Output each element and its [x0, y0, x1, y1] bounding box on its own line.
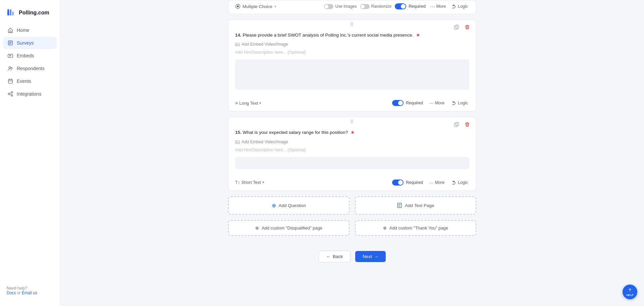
duplicate-button-14[interactable]	[452, 24, 461, 31]
footer-right-15: Required ··· More Logic	[392, 179, 469, 186]
use-images-group: Use Images	[324, 4, 357, 9]
help-button[interactable]: HELP	[623, 285, 637, 299]
add-buttons-row: ⊕ Add Question Add Text Page	[228, 196, 476, 215]
question-text-15: 15. What is your expected salary range f…	[235, 129, 469, 136]
question-body-14: 14. Please provide a brief SWOT analysis…	[228, 28, 476, 97]
add-disqualified-page-button[interactable]: ⊕ Add custom "Disqualified" page	[228, 220, 350, 236]
sidebar-item-embeds[interactable]: Embeds	[3, 50, 57, 62]
sidebar-item-integrations[interactable]: Integrations	[3, 88, 57, 100]
embed-button-14[interactable]: Add Embed Video/Image	[235, 41, 288, 47]
logic-icon-15	[452, 180, 457, 185]
question-content-15: What is your expected salary range for t…	[243, 130, 348, 135]
question-number-15: 15.	[235, 130, 241, 135]
bottom-navigation: ← Back Next →	[228, 244, 476, 266]
sidebar-footer: Need help? Docs or Email us	[0, 280, 60, 301]
type-selector-14[interactable]: ≡ Long Text ▾	[235, 100, 261, 106]
add-text-page-icon	[397, 203, 402, 208]
required-group-14: Required	[392, 100, 423, 106]
long-text-input-14[interactable]	[235, 59, 469, 90]
sidebar-item-respondents-label: Respondents	[17, 66, 45, 71]
type-selector-15[interactable]: T↕ Short Text ▾	[235, 180, 264, 185]
sidebar-item-surveys-label: Surveys	[17, 40, 34, 46]
logic-button-15[interactable]: Logic	[450, 180, 469, 186]
disqualified-plus-icon: ⊕	[255, 225, 259, 231]
add-thank-you-page-button[interactable]: ⊕ Add custom "Thank You" page	[355, 220, 476, 236]
mc-chevron-icon: ▾	[274, 4, 276, 9]
required-group-15: Required	[392, 180, 423, 186]
sidebar-item-surveys[interactable]: Surveys	[3, 37, 57, 49]
back-arrow-icon: ←	[326, 254, 331, 259]
logo-text: Polling.com	[19, 10, 49, 16]
required-toggle-top[interactable]	[395, 3, 406, 9]
svg-point-22	[237, 5, 239, 7]
svg-point-26	[236, 44, 237, 44]
sidebar-item-respondents[interactable]: Respondents	[3, 62, 57, 74]
required-label-15: Required	[406, 180, 423, 185]
mc-type-selector[interactable]: Multiple Choice ▾	[235, 4, 276, 9]
randomize-toggle[interactable]	[360, 4, 370, 9]
mc-controls: Use Images Randomize Required ··· More	[324, 3, 469, 10]
sidebar: Polling.com Home Surveys Embeds	[0, 0, 60, 306]
trash-icon-14	[465, 24, 470, 30]
embed-icon-15	[235, 140, 240, 144]
card-actions-15	[452, 121, 471, 128]
card-footer-14: ≡ Long Text ▾ Required ··· More	[228, 97, 476, 111]
required-star-15: ★	[351, 130, 355, 135]
delete-button-15[interactable]	[463, 121, 471, 128]
required-toggle-15[interactable]	[392, 180, 404, 186]
more-button-14[interactable]: ··· More	[428, 100, 446, 106]
required-label-14: Required	[406, 101, 423, 105]
sidebar-item-embeds-label: Embeds	[17, 53, 34, 58]
footer-right-14: Required ··· More Logic	[392, 100, 469, 106]
hint-placeholder-15: Add Hint/Description here... (Optional)	[235, 147, 469, 153]
randomize-group: Randomize	[360, 4, 392, 9]
email-link[interactable]: Email us	[22, 291, 37, 295]
delete-button-14[interactable]	[463, 24, 471, 31]
add-question-label: Add Question	[279, 203, 306, 208]
embed-icon-14	[235, 42, 240, 47]
help-icon	[627, 287, 633, 293]
custom-page-row: ⊕ Add custom "Disqualified" page ⊕ Add c…	[228, 220, 476, 236]
required-group-top: Required	[395, 3, 426, 9]
back-button[interactable]: ← Back	[319, 251, 351, 262]
embed-button-15[interactable]: Add Embed Video/Image	[235, 139, 288, 145]
logo: Polling.com	[0, 5, 60, 24]
sidebar-item-integrations-label: Integrations	[17, 91, 41, 97]
trash-icon-15	[465, 122, 470, 127]
sidebar-item-events-label: Events	[17, 79, 31, 84]
back-button-label: Back	[333, 254, 343, 259]
integrations-icon	[7, 91, 13, 97]
svg-point-18	[11, 95, 13, 96]
sidebar-item-events[interactable]: Events	[3, 75, 57, 87]
svg-point-10	[9, 67, 11, 68]
svg-rect-0	[7, 11, 9, 15]
disqualified-page-label: Add custom "Disqualified" page	[262, 225, 322, 231]
card-actions-14	[452, 24, 471, 31]
logic-icon-14	[452, 101, 457, 105]
more-button-top[interactable]: ··· More	[429, 3, 447, 10]
more-button-15[interactable]: ··· More	[428, 179, 446, 186]
thank-you-plus-icon: ⊕	[383, 225, 387, 231]
use-images-toggle[interactable]	[324, 4, 333, 9]
add-question-button[interactable]: ⊕ Add Question	[228, 196, 350, 215]
add-text-page-button[interactable]: Add Text Page	[355, 196, 476, 215]
embeds-icon	[7, 53, 13, 59]
duplicate-button-15[interactable]	[452, 121, 461, 128]
logic-button-14[interactable]: Logic	[450, 100, 469, 106]
short-text-input-15[interactable]	[235, 157, 469, 169]
randomize-label: Randomize	[371, 4, 392, 9]
next-button[interactable]: Next →	[355, 251, 386, 262]
type-chevron-14: ▾	[259, 101, 261, 105]
multiple-choice-icon	[235, 4, 240, 9]
drag-handle-14[interactable]: ⠿	[228, 20, 476, 28]
type-label-15: Short Text	[241, 180, 261, 185]
home-icon	[7, 27, 13, 33]
sidebar-item-home[interactable]: Home	[3, 24, 57, 36]
question-number-14: 14.	[235, 33, 241, 38]
drag-handle-15[interactable]: ⠿	[228, 117, 476, 125]
docs-link[interactable]: Docs	[7, 291, 16, 295]
required-toggle-14[interactable]	[392, 100, 404, 106]
logo-icon	[7, 8, 16, 17]
thank-you-page-label: Add custom "Thank You" page	[389, 225, 448, 231]
logic-button-top[interactable]: Logic	[450, 3, 469, 9]
